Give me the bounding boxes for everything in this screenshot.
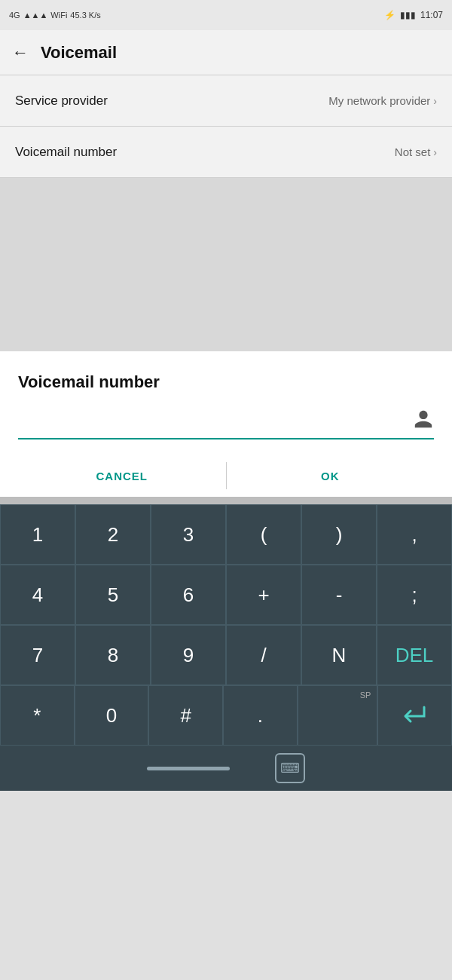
chevron-icon-2: ›	[433, 146, 437, 158]
key-0[interactable]: 0	[75, 685, 149, 746]
time-label: 11:07	[420, 10, 443, 20]
background-spacer	[0, 178, 452, 351]
key-star[interactable]: *	[0, 685, 75, 746]
voicemail-number-value: Not set ›	[395, 145, 437, 158]
network-type: 4G	[9, 11, 20, 20]
key-n[interactable]: N	[301, 625, 377, 685]
key-del[interactable]: DEL	[377, 625, 452, 685]
voicemail-number-dialog: Voicemail number CANCEL OK	[0, 351, 452, 497]
key-4[interactable]: 4	[0, 565, 75, 625]
nav-bar: ⌨	[0, 746, 452, 791]
keyboard-switch-icon[interactable]: ⌨	[275, 753, 305, 783]
chevron-icon: ›	[433, 95, 437, 107]
voicemail-number-input[interactable]	[18, 411, 407, 433]
ok-button[interactable]: OK	[227, 455, 435, 497]
voicemail-number-item[interactable]: Voicemail number Not set ›	[0, 127, 452, 178]
key-close-paren[interactable]: )	[301, 504, 377, 565]
status-right: ⚡ ▮▮▮ 11:07	[384, 10, 443, 20]
speed-label: 45.3 K/s	[70, 11, 100, 20]
key-comma[interactable]: ,	[377, 504, 452, 565]
key-5[interactable]: 5	[75, 565, 151, 625]
signal-icon: ▲▲▲	[23, 11, 48, 20]
status-bar: 4G ▲▲▲ WiFi 45.3 K/s ⚡ ▮▮▮ 11:07	[0, 0, 452, 30]
service-provider-item[interactable]: Service provider My network provider ›	[0, 75, 452, 127]
voicemail-number-label: Voicemail number	[15, 145, 117, 160]
key-9[interactable]: 9	[151, 625, 226, 685]
key-plus[interactable]: +	[226, 565, 301, 625]
bluetooth-icon: ⚡	[384, 10, 396, 20]
status-left: 4G ▲▲▲ WiFi 45.3 K/s	[9, 11, 101, 20]
key-semicolon[interactable]: ;	[377, 565, 452, 625]
key-minus[interactable]: -	[301, 565, 377, 625]
dialog-buttons: CANCEL OK	[18, 455, 434, 497]
settings-list: Service provider My network provider › V…	[0, 75, 452, 178]
key-period[interactable]: .	[223, 685, 298, 746]
back-button[interactable]: ←	[12, 43, 29, 63]
page-title: Voicemail	[41, 43, 117, 63]
service-provider-value: My network provider ›	[328, 94, 437, 107]
service-provider-label: Service provider	[15, 93, 108, 109]
key-3[interactable]: 3	[151, 504, 226, 565]
key-open-paren[interactable]: (	[226, 504, 301, 565]
key-2[interactable]: 2	[75, 504, 151, 565]
keyboard-row-4: * 0 # . SP	[0, 685, 452, 746]
keyboard-row-3: 7 8 9 / N DEL	[0, 625, 452, 685]
battery-icon: ▮▮▮	[400, 10, 416, 20]
key-enter[interactable]	[377, 685, 452, 746]
dialog-input-row	[18, 409, 434, 439]
key-6[interactable]: 6	[151, 565, 226, 625]
keyboard-icon: ⌨	[280, 760, 300, 776]
wifi-icon: WiFi	[50, 11, 67, 20]
key-sp[interactable]: SP	[298, 685, 378, 746]
key-hash[interactable]: #	[148, 685, 223, 746]
home-pill[interactable]	[147, 767, 230, 770]
contact-icon[interactable]	[413, 409, 434, 435]
key-1[interactable]: 1	[0, 504, 75, 565]
keyboard-row-2: 4 5 6 + - ;	[0, 565, 452, 625]
key-slash[interactable]: /	[226, 625, 301, 685]
keyboard-separator	[0, 497, 452, 504]
keyboard-row-1: 1 2 3 ( ) ,	[0, 504, 452, 565]
cancel-button[interactable]: CANCEL	[18, 455, 226, 497]
header: ← Voicemail	[0, 30, 452, 75]
numeric-keyboard: 1 2 3 ( ) , 4 5 6 + - ; 7 8 9 / N DEL * …	[0, 504, 452, 746]
key-8[interactable]: 8	[75, 625, 151, 685]
dialog-title: Voicemail number	[18, 372, 434, 392]
key-7[interactable]: 7	[0, 625, 75, 685]
